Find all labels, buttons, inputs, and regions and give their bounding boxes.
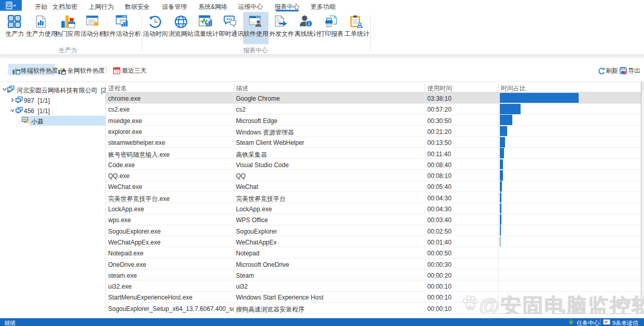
svg-text:23: 23: [115, 70, 119, 73]
svg-text:du: du: [468, 305, 473, 310]
